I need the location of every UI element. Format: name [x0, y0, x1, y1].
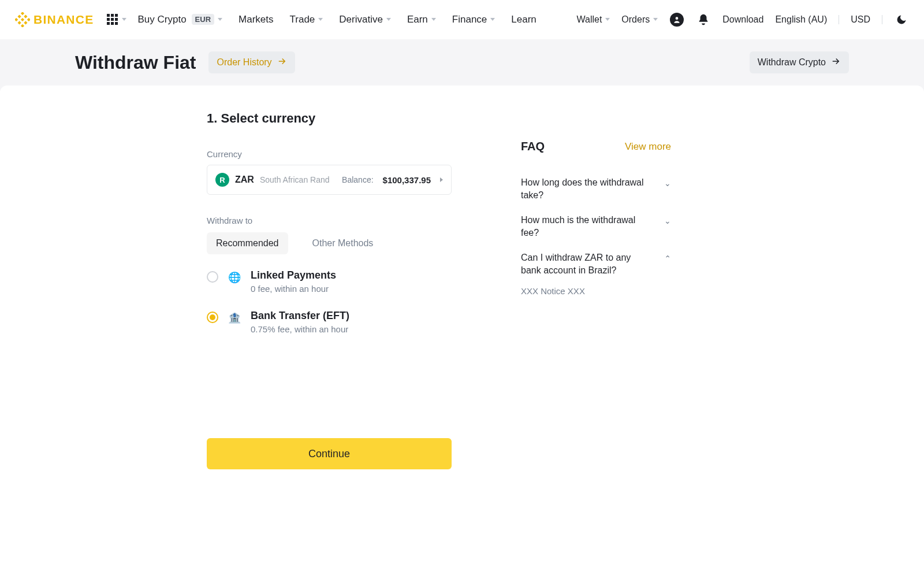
arrow-right-icon [830, 56, 841, 69]
nav-right: Wallet Orders Download English (AU) USD [576, 12, 909, 27]
method-subtitle: 0 fee, within an hour [251, 284, 336, 294]
nav-label: English (AU) [775, 14, 827, 25]
nav-finance[interactable]: Finance [452, 14, 495, 25]
currency-selector[interactable]: R ZAR South African Rand Balance: $100,3… [207, 165, 452, 195]
brand-logo[interactable]: BINANCE [15, 12, 94, 27]
nav-label: Wallet [576, 14, 602, 25]
order-history-button[interactable]: Order History [208, 51, 295, 73]
nav-markets[interactable]: Markets [239, 14, 273, 25]
nav-derivative[interactable]: Derivative [339, 14, 391, 25]
currency-label: Currency [207, 149, 452, 159]
nav-label: Trade [290, 14, 315, 25]
locale-picker[interactable]: English (AU) [775, 14, 827, 25]
divider [882, 15, 882, 24]
account-button[interactable] [669, 12, 684, 27]
nav-label: Learn [511, 14, 536, 25]
chip-label: Withdraw Crypto [758, 57, 826, 68]
nav-label: Derivative [339, 14, 383, 25]
currency-badge: EUR [192, 14, 214, 25]
chevron-up-icon: ⌄ [664, 254, 671, 263]
svg-rect-0 [21, 12, 24, 15]
faq-view-more[interactable]: View more [625, 141, 671, 153]
chevron-down-icon [653, 18, 658, 21]
currency-name: South African Rand [260, 175, 330, 184]
divider [839, 15, 839, 24]
nav-earn[interactable]: Earn [407, 14, 436, 25]
nav-buy-crypto[interactable]: Buy Crypto EUR [138, 14, 223, 25]
faq-question: Can I withdraw ZAR to any bank account i… [521, 251, 648, 277]
method-bank-transfer-eft[interactable]: 🏦 Bank Transfer (EFT) 0.75% fee, within … [207, 310, 452, 334]
chevron-down-icon [431, 18, 436, 21]
svg-rect-1 [21, 24, 24, 27]
chevron-down-icon [122, 18, 126, 21]
nav-download[interactable]: Download [722, 14, 763, 25]
chevron-down-icon [386, 18, 391, 21]
moon-icon [896, 14, 907, 25]
chevron-down-icon: ⌄ [664, 179, 671, 188]
arrow-right-icon [277, 56, 287, 69]
nav-learn[interactable]: Learn [511, 14, 536, 25]
chevron-down-icon [218, 18, 222, 21]
nav-label: Earn [407, 14, 428, 25]
bell-icon [697, 13, 710, 26]
method-title: Linked Payments [251, 269, 336, 281]
app-switcher[interactable] [107, 14, 126, 25]
faq-item[interactable]: Can I withdraw ZAR to any bank account i… [521, 246, 671, 283]
chevron-down-icon [605, 18, 610, 21]
main-card: 1. Select currency Currency R ZAR South … [0, 86, 924, 578]
faq-question: How long does the withdrawal take? [521, 176, 648, 202]
nav-label: Buy Crypto [138, 14, 187, 25]
svg-rect-8 [24, 21, 27, 24]
form-column: 1. Select currency Currency R ZAR South … [207, 111, 452, 469]
bank-icon: 🏦 [228, 311, 241, 325]
tab-other-methods[interactable]: Other Methods [303, 232, 383, 254]
balance-label: Balance: [342, 175, 373, 184]
currency-badge-icon: R [215, 173, 229, 187]
page-header: Withdraw Fiat Order History Withdraw Cry… [0, 39, 924, 86]
method-subtitle: 0.75% fee, within an hour [251, 324, 349, 334]
method-linked-payments[interactable]: 🌐 Linked Payments 0 fee, within an hour [207, 269, 452, 294]
brand-name: BINANCE [33, 13, 94, 27]
step-heading: 1. Select currency [207, 111, 452, 126]
top-nav: BINANCE Buy Crypto EUR Markets Trade Der… [0, 0, 924, 39]
nav-label: USD [851, 14, 870, 25]
nav-wallet[interactable]: Wallet [576, 14, 610, 25]
withdraw-crypto-button[interactable]: Withdraw Crypto [750, 51, 849, 73]
currency-code: ZAR [235, 175, 254, 185]
svg-point-9 [676, 17, 679, 20]
grid-icon [107, 14, 118, 25]
fiat-picker[interactable]: USD [851, 14, 870, 25]
faq-item[interactable]: How much is the withdrawal fee? ⌄ [521, 208, 671, 246]
svg-rect-5 [18, 14, 21, 18]
user-icon [670, 13, 684, 27]
chip-label: Order History [217, 57, 271, 68]
content: 1. Select currency Currency R ZAR South … [0, 86, 924, 578]
method-list: 🌐 Linked Payments 0 fee, within an hour … [207, 269, 452, 334]
button-label: Continue [308, 448, 350, 460]
svg-rect-4 [21, 17, 24, 21]
radio-icon [207, 271, 218, 283]
radio-icon [207, 312, 218, 323]
faq-item[interactable]: How long does the withdrawal take? ⌄ [521, 171, 671, 208]
tab-label: Other Methods [312, 238, 374, 248]
chevron-down-icon: ⌄ [664, 216, 671, 225]
nav-orders[interactable]: Orders [621, 14, 658, 25]
nav-trade[interactable]: Trade [290, 14, 323, 25]
theme-toggle[interactable] [894, 12, 909, 27]
notifications-button[interactable] [696, 12, 711, 27]
tab-recommended[interactable]: Recommended [207, 232, 288, 254]
faq-question: How much is the withdrawal fee? [521, 214, 648, 240]
balance-value: $100,337.95 [383, 175, 431, 185]
faq-answer: XXX Notice XXX [521, 283, 671, 296]
svg-rect-2 [15, 17, 18, 21]
nav-label: Markets [239, 14, 273, 25]
tab-label: Recommended [216, 238, 279, 248]
continue-button[interactable]: Continue [207, 438, 452, 469]
chevron-down-icon [318, 18, 323, 21]
withdraw-to-label: Withdraw to [207, 216, 452, 225]
nav-label: Download [722, 14, 763, 25]
svg-rect-6 [24, 14, 27, 18]
page-title: Withdraw Fiat [75, 52, 196, 73]
nav-label: Finance [452, 14, 487, 25]
globe-icon: 🌐 [228, 271, 241, 284]
